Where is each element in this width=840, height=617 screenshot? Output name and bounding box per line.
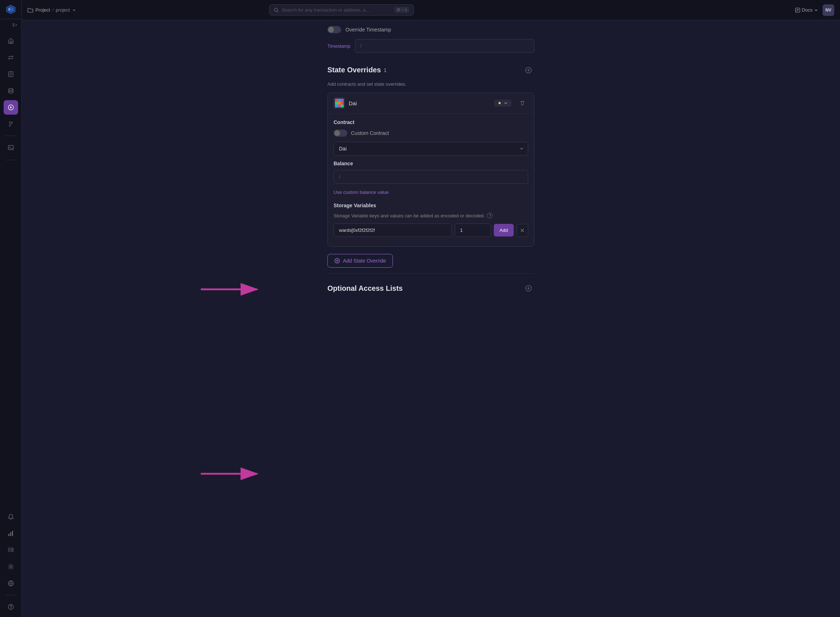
breadcrumb-sep: / [52, 7, 53, 13]
user-avatar[interactable]: NV [823, 4, 834, 16]
storage-help-icon[interactable]: ? [487, 213, 493, 218]
svg-point-11 [9, 89, 13, 90]
header: Project / project Search for any transac… [22, 0, 840, 20]
contract-card: Dai Contract [328, 93, 534, 247]
storage-variables-label: Storage Variables [334, 202, 528, 208]
sidebar-item-analytics[interactable] [4, 526, 18, 541]
tenderly-logo-icon: T [6, 4, 16, 15]
custom-contract-toggle[interactable] [334, 130, 347, 137]
storage-value-input[interactable] [455, 223, 491, 237]
contract-header: Dai [328, 93, 534, 113]
storage-description: Storage Variable keys and values can be … [334, 213, 528, 218]
storage-remove-btn[interactable] [517, 224, 528, 237]
override-timestamp-label: Override Timestamp [345, 27, 391, 32]
svg-point-25 [10, 566, 12, 568]
docs-chevron-icon [814, 8, 818, 12]
storage-variables-section: Storage Variables Storage Variable keys … [334, 202, 528, 237]
sidebar-item-data[interactable] [4, 84, 18, 98]
override-timestamp-row: Override Timestamp [328, 20, 534, 36]
sidebar-item-home[interactable] [4, 34, 18, 48]
state-overrides-heading: State Overrides 1 [328, 63, 387, 77]
svg-point-13 [9, 122, 10, 123]
svg-rect-16 [8, 145, 13, 150]
add-circle-icon [334, 258, 340, 264]
svg-rect-18 [8, 534, 9, 536]
sidebar-item-settings[interactable] [4, 559, 18, 574]
optional-access-heading-text: Optional Access Lists [328, 284, 403, 292]
svg-rect-46 [341, 105, 344, 108]
svg-rect-19 [10, 532, 11, 536]
sidebar-divider-2 [6, 160, 16, 160]
svg-point-24 [12, 551, 13, 551]
custom-contract-row: Custom Contract [334, 130, 528, 137]
storage-key-input[interactable] [334, 223, 452, 237]
toggle-knob [328, 27, 334, 32]
sidebar: T [0, 0, 22, 617]
sidebar-collapse-btn[interactable] [0, 19, 21, 31]
svg-rect-40 [341, 99, 344, 102]
sidebar-item-terminal[interactable] [4, 140, 18, 155]
svg-rect-43 [341, 102, 344, 105]
svg-rect-39 [338, 99, 341, 102]
contract-select[interactable]: Dai Custom [334, 142, 528, 155]
project-sub: project [56, 7, 70, 13]
custom-contract-label: Custom Contract [351, 130, 389, 136]
sidebar-item-fork[interactable] [4, 117, 18, 131]
balance-label: Balance [334, 161, 528, 166]
main-content: Override Timestamp Timestamp State Overr… [22, 20, 840, 617]
svg-rect-5 [13, 26, 15, 27]
panel: Override Timestamp Timestamp State Overr… [319, 20, 543, 314]
docs-button[interactable]: Docs [795, 7, 818, 13]
state-overrides-menu-btn[interactable] [523, 64, 534, 76]
sidebar-item-transactions[interactable] [4, 50, 18, 65]
contract-body: Contract Custom Contract Dai Custom [328, 113, 534, 246]
contract-avatar [334, 97, 345, 109]
storage-add-btn[interactable]: Add [494, 224, 514, 236]
sidebar-item-notifications[interactable] [4, 509, 18, 524]
sidebar-item-storage[interactable] [4, 543, 18, 557]
sidebar-divider-bottom [6, 595, 16, 595]
state-overrides-actions [523, 64, 534, 76]
svg-rect-4 [13, 25, 15, 25]
svg-rect-41 [335, 102, 338, 105]
add-state-override-btn[interactable]: Add State Override [328, 254, 393, 268]
optional-access-add-btn[interactable] [523, 282, 534, 294]
svg-point-15 [9, 125, 10, 127]
storage-row: Add [334, 223, 528, 237]
use-custom-balance-link[interactable]: Use custom balance value [334, 187, 528, 195]
svg-rect-42 [338, 102, 341, 105]
search-bar[interactable]: Search for any transaction or address, a… [269, 4, 414, 16]
header-right: Docs NV [795, 4, 834, 16]
sidebar-item-support[interactable] [4, 600, 18, 614]
state-overrides-badge: 1 [384, 67, 387, 73]
timestamp-label: Timestamp [328, 43, 351, 49]
timestamp-input[interactable] [355, 39, 534, 53]
svg-rect-45 [338, 105, 341, 108]
select-wrapper-outer: Dai Custom [334, 142, 528, 155]
sidebar-nav [0, 31, 21, 158]
timestamp-row: Timestamp [328, 36, 534, 60]
sidebar-item-simulator[interactable] [4, 100, 18, 115]
override-timestamp-toggle[interactable] [328, 26, 341, 33]
chevron-down-icon[interactable] [72, 8, 76, 12]
search-shortcut: ⌘ + k [394, 7, 409, 13]
network-selector[interactable] [494, 99, 512, 107]
add-state-override-label: Add State Override [343, 258, 386, 264]
network-dot [498, 101, 501, 105]
close-icon [520, 228, 524, 233]
optional-access-section: Optional Access Lists [328, 273, 534, 300]
svg-rect-38 [335, 99, 338, 102]
storage-row-wrapper: Add [334, 223, 528, 237]
docs-label: Docs [802, 7, 812, 13]
svg-point-27 [8, 604, 13, 610]
sidebar-divider-1 [6, 136, 16, 136]
svg-rect-44 [335, 105, 338, 108]
delete-contract-btn[interactable] [517, 97, 528, 109]
svg-rect-6 [10, 41, 12, 43]
sidebar-item-globe[interactable] [4, 576, 18, 590]
sidebar-item-contracts[interactable] [4, 67, 18, 81]
state-overrides-heading-row: State Overrides 1 [328, 60, 534, 80]
sidebar-bottom [0, 507, 21, 617]
balance-input[interactable] [334, 170, 528, 184]
folder-icon [28, 7, 33, 13]
